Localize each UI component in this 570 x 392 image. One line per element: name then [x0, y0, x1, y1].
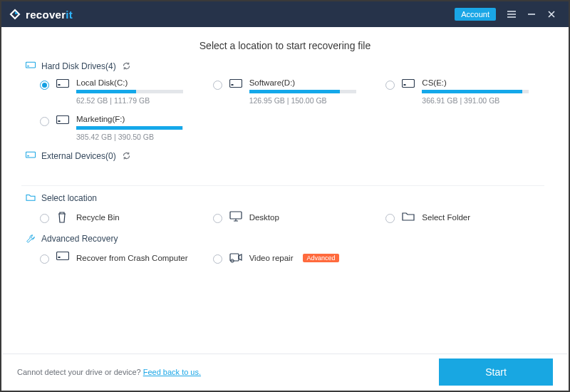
- radio-button[interactable]: [385, 81, 395, 90]
- main-area: Select a location to start recovering fi…: [1, 27, 569, 264]
- logo-text-b: it: [66, 9, 73, 21]
- hdd-icon: [402, 79, 415, 92]
- radio-button[interactable]: [213, 81, 222, 90]
- advanced-label: Recover from Crash Computer: [76, 254, 188, 262]
- drive-grid: Local Disk(C:) 62.52 GB | 111.79 GB Soft…: [26, 78, 544, 141]
- radio-button[interactable]: [213, 254, 222, 264]
- usage-bar-fill: [422, 90, 522, 93]
- location-label: Desktop: [249, 213, 279, 222]
- location-desktop[interactable]: Desktop: [213, 210, 372, 224]
- radio-button[interactable]: [213, 214, 222, 223]
- svg-rect-16: [57, 252, 69, 260]
- page-title: Select a location to start recovering fi…: [26, 40, 544, 51]
- location-label: Select Folder: [422, 213, 470, 222]
- refresh-icon[interactable]: [122, 61, 132, 71]
- usage-bar-fill: [76, 90, 136, 93]
- footer-text: Cannot detect your drive or device? Feed…: [17, 368, 201, 376]
- desktop-icon: [229, 211, 242, 224]
- section-external-devices: External Devices(0): [26, 151, 544, 161]
- usage-bar: [422, 90, 529, 93]
- video-repair-icon: [229, 252, 242, 264]
- section-label-drives: Hard Disk Drives(4): [41, 61, 116, 71]
- section-advanced-recovery: Advanced Recovery: [26, 234, 544, 244]
- drive-capacity: 366.91 GB | 391.00 GB: [422, 96, 529, 105]
- logo-text-a: recover: [26, 9, 66, 21]
- trash-icon: [56, 211, 69, 224]
- titlebar: recoverit Account: [1, 1, 569, 27]
- svg-rect-7: [229, 80, 242, 88]
- section-label-advanced: Advanced Recovery: [41, 234, 118, 244]
- svg-rect-11: [57, 116, 69, 124]
- location-label: Recycle Bin: [76, 213, 120, 222]
- wrench-icon: [26, 234, 36, 244]
- usage-bar: [249, 90, 356, 93]
- usage-bar-fill: [249, 90, 341, 93]
- location-grid: Recycle Bin Desktop Select Folder: [26, 210, 544, 224]
- drive-item[interactable]: Software(D:) 126.95 GB | 150.00 GB: [213, 78, 372, 105]
- radio-button[interactable]: [40, 254, 49, 264]
- hdd-icon: [56, 115, 69, 128]
- svg-rect-13: [26, 152, 35, 158]
- drive-label: Software(D:): [249, 78, 356, 87]
- drive-label: CS(E:): [422, 78, 529, 87]
- refresh-icon[interactable]: [122, 151, 132, 161]
- svg-rect-14: [27, 155, 29, 156]
- footer: Cannot detect your drive or device? Feed…: [3, 354, 567, 389]
- radio-button[interactable]: [40, 81, 49, 90]
- advanced-video-repair[interactable]: Video repair Advanced: [213, 251, 372, 264]
- advanced-label: Video repair: [249, 254, 294, 262]
- drive-icon: [26, 151, 36, 161]
- hdd-icon: [56, 79, 69, 92]
- drive-capacity: 385.42 GB | 390.50 GB: [76, 133, 183, 141]
- drive-item[interactable]: CS(E:) 366.91 GB | 391.00 GB: [385, 78, 544, 105]
- app-logo: recoverit: [9, 8, 73, 21]
- drive-icon: [26, 61, 36, 71]
- radio-button[interactable]: [385, 214, 395, 223]
- drive-label: Marketing(F:): [76, 115, 183, 123]
- svg-rect-3: [26, 62, 35, 68]
- svg-rect-4: [27, 66, 29, 66]
- svg-rect-10: [404, 84, 406, 86]
- usage-bar: [76, 126, 183, 130]
- drive-item[interactable]: Local Disk(C:) 62.52 GB | 111.79 GB: [40, 78, 199, 105]
- folder-open-icon: [402, 211, 415, 224]
- usage-bar: [76, 90, 183, 93]
- logo-icon: [9, 8, 21, 21]
- svg-rect-12: [58, 120, 61, 122]
- start-button[interactable]: Start: [439, 359, 553, 386]
- advanced-badge: Advanced: [303, 254, 338, 262]
- feedback-link[interactable]: Feed back to us.: [143, 368, 201, 376]
- section-select-location: Select location: [26, 193, 544, 203]
- account-button[interactable]: Account: [455, 8, 496, 21]
- drive-capacity: 126.95 GB | 150.00 GB: [249, 96, 356, 105]
- svg-rect-5: [57, 80, 69, 88]
- advanced-crash-recover[interactable]: Recover from Crash Computer: [40, 251, 199, 264]
- minimize-icon[interactable]: [522, 4, 542, 24]
- hdd-icon: [56, 252, 69, 264]
- radio-button[interactable]: [40, 214, 49, 223]
- hdd-icon: [229, 79, 242, 92]
- advanced-grid: Recover from Crash Computer Video repair…: [26, 251, 544, 264]
- section-label-external: External Devices(0): [41, 151, 116, 161]
- location-select-folder[interactable]: Select Folder: [385, 210, 544, 224]
- svg-rect-17: [58, 257, 61, 258]
- folder-icon: [26, 193, 36, 203]
- section-label-select-location: Select location: [41, 193, 97, 203]
- radio-button[interactable]: [40, 117, 49, 126]
- svg-rect-9: [403, 80, 415, 88]
- menu-icon[interactable]: [502, 4, 522, 24]
- svg-rect-15: [230, 212, 242, 219]
- section-hard-disk-drives: Hard Disk Drives(4): [26, 61, 544, 71]
- usage-bar-fill: [76, 126, 182, 130]
- close-icon[interactable]: [542, 4, 561, 24]
- location-recycle-bin[interactable]: Recycle Bin: [40, 210, 199, 224]
- svg-rect-6: [58, 84, 61, 86]
- footer-msg: Cannot detect your drive or device?: [17, 368, 143, 376]
- drive-item[interactable]: Marketing(F:) 385.42 GB | 390.50 GB: [40, 115, 199, 141]
- drive-capacity: 62.52 GB | 111.79 GB: [76, 96, 183, 105]
- svg-rect-8: [231, 84, 233, 86]
- drive-label: Local Disk(C:): [76, 78, 183, 87]
